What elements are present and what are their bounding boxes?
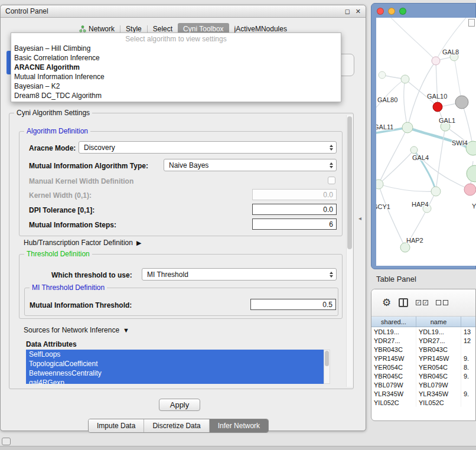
column-manager-icon[interactable] (399, 298, 408, 307)
table-cell: YIL052C (371, 398, 416, 407)
network-canvas[interactable]: GAL8GAL80GAL10GAL11GAL1SWI4GAL4GCY1HAP4H… (376, 18, 476, 266)
kernel-width-label: Kernel Width (0,1): (29, 191, 92, 200)
which-threshold-select[interactable]: MI Threshold (142, 268, 337, 281)
data-attribute-item[interactable]: gal4RGexp (26, 378, 324, 384)
table-cell: YDL19... (416, 327, 461, 336)
network-node[interactable] (464, 184, 476, 195)
network-node[interactable] (410, 146, 418, 154)
mi-steps-field[interactable]: 6 (252, 219, 337, 230)
network-node-label: GAL4 (412, 154, 429, 161)
cyni-algorithm-settings-group: Cyni Algorithm Settings Algorithm Defini… (9, 113, 354, 389)
network-node[interactable] (432, 57, 440, 65)
algorithm-dropdown-placeholder: Select algorithm to view settings (11, 34, 341, 44)
column-header[interactable] (461, 317, 476, 327)
network-edge[interactable] (404, 79, 407, 128)
table-body: YDL19...YDL19...13YDR27...YDR27...12YBR0… (371, 327, 475, 407)
data-attribute-item[interactable]: SelfLoops (26, 350, 324, 359)
network-node[interactable] (433, 102, 442, 112)
table-cell: YPR145W (371, 354, 416, 363)
algorithm-popup-item[interactable]: Bayesian – K2 (11, 81, 341, 91)
table-row[interactable]: YDL19...YDL19...13 (371, 327, 475, 336)
table-row[interactable]: YPR145WYPR145W9. (371, 354, 475, 363)
table-row[interactable]: YBR045CYBR045C9. (371, 371, 475, 380)
network-node[interactable] (455, 96, 468, 109)
sources-disclosure[interactable]: Sources for Network Inference ▼ (24, 326, 129, 334)
deselect-all-columns-icon[interactable] (436, 300, 448, 305)
algorithm-popup-item[interactable]: Bayesian – Hill Climbing (11, 44, 341, 53)
mi-steps-value: 6 (329, 220, 333, 229)
data-attribute-item[interactable]: TopologicalCoefficient (26, 359, 324, 369)
dpi-tolerance-field[interactable]: 0.0 (252, 204, 337, 215)
aracne-mode-select[interactable]: Discovery (79, 141, 337, 154)
select-all-columns-icon[interactable]: ✓ ✓ (416, 300, 428, 305)
network-graph: GAL8GAL80GAL10GAL11GAL1SWI4GAL4GCY1HAP4H… (376, 18, 476, 266)
network-edge[interactable] (436, 61, 438, 107)
network-node[interactable] (401, 75, 409, 83)
table-row[interactable]: YLR345WYLR345W9. (371, 389, 475, 398)
data-attributes-list[interactable]: SelfLoopsTopologicalCoefficientBetweenne… (26, 350, 324, 384)
network-edge[interactable] (391, 18, 436, 61)
aracne-mode-value: Discovery (84, 144, 115, 152)
network-node-label: GAL10 (427, 93, 447, 100)
tab-discretize-data[interactable]: Discretize Data (144, 419, 208, 432)
algorithm-popup-item[interactable]: ARACNE Algorithm (11, 63, 341, 72)
screen: Control Panel ◻ ✕ Network Style Select (0, 0, 476, 450)
network-edge[interactable] (379, 184, 436, 191)
table-cell (461, 398, 476, 407)
control-panel-titlebar[interactable]: Control Panel ◻ ✕ (1, 5, 366, 18)
zoom-traffic-light[interactable] (399, 8, 406, 15)
apply-button[interactable]: Apply (159, 399, 200, 411)
combo-stepper-icon (330, 272, 333, 278)
data-attribute-item[interactable]: BetweennessCentrality (26, 369, 324, 378)
manual-kernel-checkbox[interactable] (328, 177, 335, 184)
tab-impute-data[interactable]: Impute Data (89, 419, 144, 432)
algorithm-popup-item[interactable]: Mutual Information Inference (11, 72, 341, 81)
algorithm-popup-item[interactable]: Dream8 DC_TDC Algorithm (11, 91, 341, 100)
close-window-icon[interactable]: ✕ (356, 8, 361, 15)
network-node[interactable] (402, 122, 413, 133)
mi-algorithm-type-select[interactable]: Naive Bayes (164, 159, 337, 171)
tab-infer-network[interactable]: Infer Network (209, 419, 268, 432)
network-node[interactable] (376, 180, 383, 189)
hub-definition-disclosure[interactable]: Hub/Transcription Factor Definition ▶ (24, 239, 141, 247)
algorithm-definition-title: Algorithm Definition (24, 127, 90, 135)
close-traffic-light[interactable] (377, 8, 384, 15)
table-row[interactable]: YBR043CYBR043C (371, 345, 475, 354)
settings-scrollbar-thumb[interactable] (347, 116, 352, 249)
table-row[interactable]: YER054CYER054C8. (371, 363, 475, 371)
network-node-label: HAP2 (406, 237, 423, 244)
algorithm-popup-item[interactable]: Basic Correlation Inference (11, 53, 341, 63)
network-edge[interactable] (379, 150, 414, 184)
table-row[interactable]: YDR27...YDR27...12 (371, 336, 475, 345)
combo-stepper-icon (330, 145, 333, 151)
network-edge[interactable] (379, 184, 405, 247)
bottom-tab-bar: Impute Data Discretize Data Infer Networ… (88, 419, 269, 433)
network-edge[interactable] (379, 128, 407, 184)
minimized-panel-chip[interactable] (2, 438, 11, 445)
gear-icon[interactable]: ⚙ (382, 298, 391, 308)
kernel-width-field[interactable]: 0.0 (252, 189, 337, 200)
minimize-traffic-light[interactable] (388, 8, 395, 15)
mi-threshold-group: MI Threshold Definition Mutual Informati… (24, 288, 338, 316)
mi-threshold-field[interactable]: 0.5 (250, 299, 336, 310)
network-node[interactable] (379, 71, 386, 79)
network-edge[interactable] (454, 57, 462, 102)
column-header[interactable]: shared... (371, 317, 416, 327)
column-header[interactable]: name (416, 317, 461, 327)
network-node[interactable] (431, 187, 441, 196)
table-row[interactable]: YIL052CYIL052C (371, 398, 475, 407)
table-cell: YBR045C (371, 371, 416, 380)
network-node-label: GCY1 (376, 203, 390, 210)
data-attributes-scrollbar-thumb[interactable] (325, 351, 329, 366)
table-row[interactable]: YBL079WYBL079W (371, 380, 475, 389)
splitpane-collapse-icon[interactable]: ◂ (358, 215, 361, 221)
network-node[interactable] (400, 243, 410, 252)
data-attributes-scrollbar[interactable] (324, 350, 330, 384)
network-node[interactable] (467, 165, 476, 182)
table-cell (461, 380, 476, 389)
table-cell: YPR145W (416, 354, 461, 363)
float-window-icon[interactable]: ◻ (345, 8, 350, 15)
birdseye-toggle[interactable] (468, 19, 475, 27)
which-threshold-label: Which threshold to use: (51, 271, 132, 279)
settings-scrollbar[interactable] (346, 115, 353, 387)
